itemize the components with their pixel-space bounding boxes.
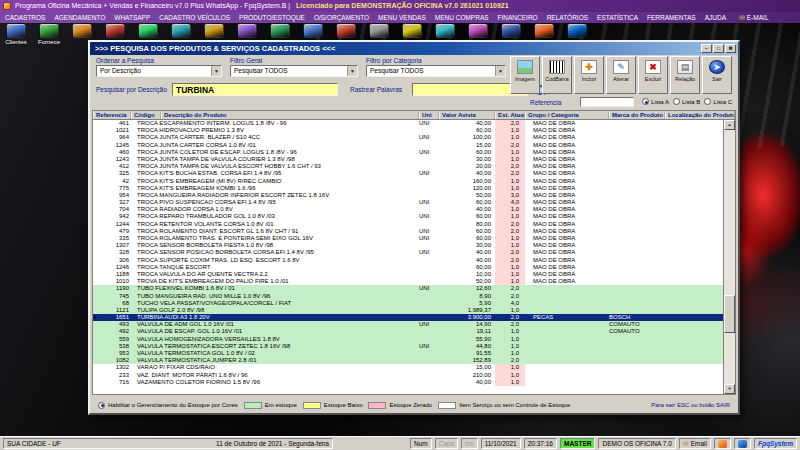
table-row[interactable]: 1244TROCA RETENTOR VOLANTE CORSA 1.0 8V … [93,221,723,228]
exit-button[interactable]: ➤Sair [702,56,732,94]
table-row[interactable]: 1245TROCA JUNTA CARTER CORSA 1.0 8V /011… [93,142,723,149]
toolbar-suppliers[interactable]: Fornece [37,23,61,48]
table-row[interactable]: 1188TROCA VALVULA DO AR QUENTE VECTRA 2.… [93,271,723,278]
cell-uni [419,163,439,170]
cell-valor: 60,00 [439,127,495,134]
close-button[interactable]: ✖ [725,44,736,53]
table-row[interactable]: 964TROCA JUNTA CARTER. BLAZER / S10 4CCU… [93,134,723,141]
table-row[interactable]: 1010TROVA DE KIT'S EMBREAGEM DO PALIO FI… [93,278,723,285]
ordenar-select[interactable]: Por Descrição ▼ [96,65,222,77]
table-row[interactable]: 559VALVULA HOMOGENIZADORA VERSAILLES 1.8… [93,336,723,343]
minimize-button[interactable]: − [701,44,712,53]
menu-item-9[interactable]: RELATÓRIOS [547,14,588,21]
col-header-7[interactable]: Marca do Produto [609,111,665,119]
menu-item-10[interactable]: ESTATÍSTICA [597,14,638,21]
menu-item-5[interactable]: O/S/ORÇAMENTO [314,14,369,21]
table-row[interactable]: 942TROCA REPARO TRAMBULADOR GOL 1.0 8V /… [93,213,723,220]
lista-c-radio[interactable]: Lista C [704,98,732,105]
col-header-4[interactable]: Valor Avista [439,111,495,119]
table-row[interactable]: 1190TUBO FLEXIVEL KOMBI 1.6 8V / 01UNI12… [93,285,723,292]
table-row[interactable]: 1021TROCA HIDROVACUO PREMIO 1.3 8V60,001… [93,127,723,134]
col-header-3[interactable]: Uni [419,111,439,119]
cell-descricao: VALVULA TERMOSTATICA ESCORT ZETEC 1.8 16… [131,343,419,350]
status-email[interactable]: ✉ Email [679,438,711,449]
table-row[interactable]: 42TROCA KIT'S EMBREAGEM (MI 8V) R/REC CA… [93,178,723,185]
cell-valor: 60,00 [439,149,495,156]
table-row[interactable]: 1243TROCA JUNTA TAMPA DE VALVULA COURIER… [93,156,723,163]
referencia-input[interactable] [580,97,634,107]
maximize-button[interactable]: □ [713,44,724,53]
table-row[interactable]: 68TUCHO VELA PASSAT/VOYAGE/OPALA/CORCEL … [93,300,723,307]
chevron-down-icon[interactable]: ▼ [495,66,505,76]
table-row[interactable]: 460TROCA JUNTA COLETOR DE ESCAP. LOGUS 1… [93,149,723,156]
menu-item-11[interactable]: FERRAMENTAS [647,14,696,21]
scroll-up-icon[interactable]: ▲ [724,120,735,130]
menu-item-3[interactable]: CADASTRO VEÍCULOS [159,14,230,21]
image-button[interactable]: Imagem [510,56,540,94]
table-row[interactable]: 1307TROCA SENSOR BORBOLETA FIESTA 1.0 8V… [93,242,723,249]
envelope-icon: ✉ [739,14,745,22]
edit-icon: ✎ [613,60,629,74]
table-row[interactable]: 461TROCA ESCAPAMENTO INTERM. LOGUS 1.8 /… [93,120,723,127]
table-row[interactable]: 325TROCA KIT'S BUCHA ESTAB. CORSA EFI 1.… [93,170,723,177]
table-row[interactable]: 1246TROCA TANQUE ESCORT60,001,0MAO DE OB… [93,264,723,271]
menu-item-1[interactable]: AGENDAMENTO [54,14,105,21]
status-icon-1[interactable] [714,438,731,449]
table-row[interactable]: 492VALVULA DE ESCAP. GOL 1.0 16V /0119,1… [93,328,723,335]
stock-color-toggle[interactable]: Habilitar o Gerenciamento do Estoque por… [98,402,238,409]
menu-item-6[interactable]: MENU VENDAS [378,14,426,21]
scroll-down-icon[interactable]: ▼ [724,384,735,394]
report-button[interactable]: ▤Relação [670,56,700,94]
menu-item-8[interactable]: FINANCEIRO [498,14,538,21]
menu-item-4[interactable]: PRODUTO/ESTOQUE [239,14,305,21]
table-row[interactable]: 538VALVULA TERMOSTATICA ESCORT ZETEC 1.8… [93,343,723,350]
table-row[interactable]: 335TROCA ROLAMENTO TRAS. E PONTEIRA SEMI… [93,235,723,242]
table-row[interactable]: 1302VARAO P/ FIXAR CDS/RAIO15,001,0 [93,364,723,371]
table-row[interactable]: 328TROCA SENSOR POSICAO BORBOLETA CORSA … [93,249,723,256]
table-row[interactable]: 775TROCA KIT'S EMBREAGEM KOMBI 1.6 /9612… [93,185,723,192]
col-header-2[interactable]: Descrição do Produto [161,111,419,119]
search-description-input[interactable] [172,83,338,96]
table-row[interactable]: 745TUBO MANGUEIRA RAD. UNO MILLE 1.0 8V … [93,293,723,300]
menu-item-email[interactable]: ✉ E-MAIL [739,14,769,22]
status-icon-2[interactable] [734,438,751,449]
table-row[interactable]: 1121TULIPA GOLF 2.0 8V /981.989,371,0 [93,307,723,314]
barcode-button[interactable]: CodBarra [542,56,572,94]
edit-button[interactable]: ✎Alterar [606,56,636,94]
dialog-titlebar[interactable]: >>> PESQUISA DOS PRODUTOS & SERVIÇOS CAD… [90,42,738,55]
vertical-scrollbar[interactable]: ▲ ▼ [723,120,735,394]
table-row[interactable]: 493VALVULA DE ADM GOL 1.0 16V /01UNI14,9… [93,321,723,328]
filtro-categoria-select[interactable]: Pesquisar TODOS ▼ [366,65,506,77]
lista-a-radio[interactable]: Lista A [642,98,669,105]
table-row[interactable]: 1651TURBINA AUDI A3 1.8 20V3.900,002,0PE… [93,314,723,321]
add-button[interactable]: ✚Incluir [574,56,604,94]
menu-item-7[interactable]: MENU COMPRAS [435,14,489,21]
table-row[interactable]: 479TROCA ROLAMENTO DIANT. ESCORT GL 1.6 … [93,228,723,235]
scrollbar-thumb[interactable] [724,295,735,333]
table-row[interactable]: 327TROCA PIVO SUSPENCAO CORSA EFI 1.4 8V… [93,199,723,206]
chevron-down-icon[interactable]: ▼ [211,66,221,76]
col-header-8[interactable]: Localização do Produto [665,111,735,119]
toolbar-clients[interactable]: Clientes [4,23,28,48]
col-header-6[interactable]: Grupo / Categoria [525,111,609,119]
col-header-0[interactable]: Referencia [93,111,131,119]
table-row[interactable]: 954TROCA MANGUEIRA RADIADOR INFERIOR ESC… [93,192,723,199]
table-body: 461TROCA ESCAPAMENTO INTERM. LOGUS 1.8 /… [93,120,723,394]
table-row[interactable]: 704TROCA RADIADOR CORSA 1.0 8V40,001,0MA… [93,206,723,213]
menu-item-0[interactable]: CADASTROS [5,14,45,21]
col-header-1[interactable]: Código [131,111,161,119]
table-row[interactable]: 953VALVULA TERMOSTATICA GOL 1.0 8V / 029… [93,350,723,357]
delete-button[interactable]: ✖Excluir [638,56,668,94]
chevron-down-icon[interactable]: ▼ [347,66,357,76]
table-row[interactable]: 1082VALVULA TERMOSTATICA JUMPER 2.8 /011… [93,357,723,364]
menu-item-2[interactable]: WHATSAPP [114,14,150,21]
cell-estoque: 1,0 [495,379,525,386]
lista-b-radio[interactable]: Lista B [673,98,700,105]
col-header-5[interactable]: Est. Atual [495,111,525,119]
table-row[interactable]: 306TROCA SUPORTE COXIM TRAS. LD ESQ. ESC… [93,257,723,264]
table-row[interactable]: 412TROCA JUNTA TAMPA DE VALVULA ESCORT H… [93,163,723,170]
filtro-geral-select[interactable]: Pesquisar TODOS ▼ [230,65,358,77]
menu-item-12[interactable]: AJUDA [705,14,726,21]
table-row[interactable]: 716VAZAMENTO COLETOR FIORINO 1.5 8V /964… [93,379,723,386]
table-row[interactable]: 233VAZ. DIANT. MOTOR PARATI 1.6 8V / 962… [93,372,723,379]
